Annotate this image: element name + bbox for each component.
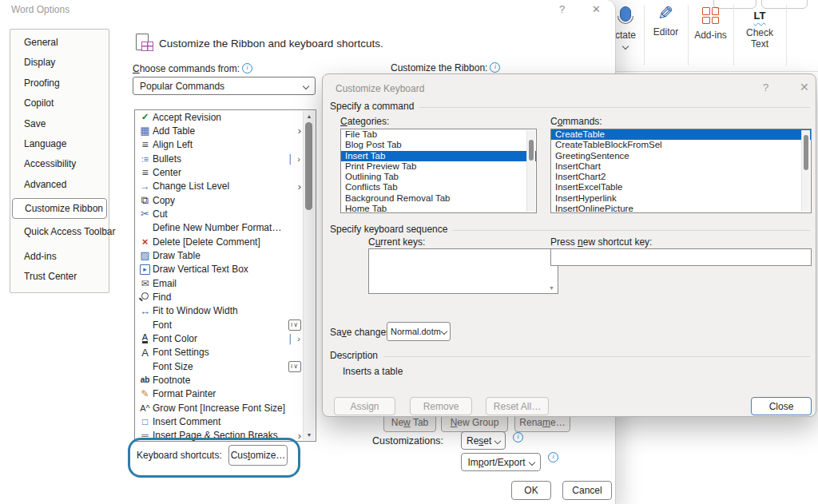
command-list-item[interactable]: Delete [Delete Comment]	[135, 235, 316, 248]
command-list-item[interactable]: Draw Vertical Text Box	[135, 263, 316, 276]
cancel-button[interactable]: Cancel	[562, 481, 612, 500]
specify-command-group: Specify a command	[330, 101, 810, 112]
command-icon	[137, 180, 153, 193]
category-item[interactable]: Conflicts Tab	[341, 182, 536, 192]
command-list-item[interactable]: Format Painter	[135, 387, 316, 401]
command-list-item[interactable]: Align Left	[135, 138, 316, 152]
chevron-down-icon	[494, 437, 501, 443]
command-list-item[interactable]: Add Table	[135, 124, 316, 137]
keyboard-command-item[interactable]: CreateTableBlockFromSel	[551, 140, 811, 150]
info-icon[interactable]	[513, 432, 523, 442]
command-list-item[interactable]: Font Settings	[135, 346, 316, 359]
info-icon[interactable]	[548, 452, 558, 462]
commands-scrollbar[interactable]: ▲ ▼	[303, 111, 315, 440]
help-icon[interactable]: ?	[763, 81, 768, 93]
scrollbar-thumb[interactable]	[804, 135, 808, 170]
category-item-selected[interactable]: Insert Tab	[341, 151, 536, 161]
save-changes-dropdown[interactable]: Normal.dotm	[387, 322, 451, 341]
command-icon	[137, 429, 153, 442]
command-list-item[interactable]: Fit to Window Width	[135, 304, 316, 318]
close-icon[interactable]: ✕	[800, 81, 809, 93]
command-list-item[interactable]: Font Size	[135, 359, 316, 373]
keyboard-command-item[interactable]: InsertOnlinePicture	[551, 204, 811, 213]
ribbon-button-editor[interactable]: ✎ Editor	[644, 3, 688, 69]
scroll-down-icon[interactable]: ▼	[304, 432, 315, 438]
command-list-item[interactable]: Bullets	[135, 152, 316, 165]
info-icon[interactable]	[242, 63, 252, 73]
command-list-item[interactable]: Change List Level	[135, 180, 316, 193]
command-list-item[interactable]: Find	[135, 290, 316, 304]
close-button[interactable]: Close	[751, 397, 812, 415]
sidebar-item-save[interactable]: Save	[10, 114, 109, 134]
command-list-item[interactable]: Insert Page & Section Breaks	[135, 429, 316, 442]
scroll-down-icon[interactable]: ▼	[549, 285, 554, 291]
help-icon[interactable]: ?	[559, 3, 565, 15]
check-text-label-line1: Check	[746, 27, 773, 38]
remove-button[interactable]: Remove	[410, 397, 472, 415]
command-list-item[interactable]: Footnote	[135, 373, 316, 387]
sidebar-item-add-ins[interactable]: Add-ins	[10, 247, 109, 267]
command-list-item[interactable]: Center	[135, 165, 316, 179]
command-icon	[137, 304, 153, 318]
reset-all-button[interactable]: Reset All…	[486, 397, 549, 415]
sidebar-item-language[interactable]: Language	[10, 134, 109, 154]
keyboard-command-item-selected[interactable]: CreateTable	[551, 129, 811, 140]
submenu-chevron-icon	[298, 181, 301, 192]
command-icon	[137, 152, 153, 165]
sidebar-item-customize-ribbon[interactable]: Customize Ribbon	[12, 198, 107, 219]
command-list-item[interactable]: Draw Table	[135, 248, 316, 262]
command-list-item[interactable]: Copy	[135, 193, 316, 207]
command-list-item[interactable]: Insert Comment	[135, 415, 316, 428]
category-item[interactable]: File Tab	[341, 129, 536, 140]
scrollbar-thumb[interactable]	[529, 140, 534, 161]
scrollbar-thumb[interactable]	[305, 122, 312, 210]
command-list-item[interactable]: Font	[135, 318, 316, 331]
command-label: Align Left	[153, 139, 193, 150]
command-list-item[interactable]: Font Color	[135, 331, 316, 345]
keyboard-command-item[interactable]: InsertChart2	[551, 172, 811, 182]
sidebar-item-advanced[interactable]: Advanced	[10, 175, 109, 195]
command-label: Footnote	[153, 375, 190, 386]
keyboard-command-item[interactable]: InsertChart	[551, 161, 811, 172]
close-icon[interactable]: ✕	[592, 3, 601, 15]
customize-keyboard-button[interactable]: Customize…	[228, 445, 288, 466]
press-new-shortcut-input[interactable]	[550, 248, 812, 266]
categories-scrollbar[interactable]	[526, 130, 535, 212]
sidebar-item-accessibility[interactable]: Accessibility	[10, 154, 109, 174]
info-icon[interactable]	[490, 62, 500, 73]
description-group: Description	[330, 350, 810, 361]
sidebar-item-copilot[interactable]: Copilot	[10, 93, 109, 113]
keyboard-command-item[interactable]: GreetingSentence	[551, 151, 811, 161]
command-label: Font Color	[153, 333, 197, 344]
category-item[interactable]: Print Preview Tab	[341, 161, 536, 172]
ribbon-button-check-text[interactable]: LT Check Text	[733, 3, 786, 69]
commands-dialog-scrollbar[interactable]	[801, 130, 810, 212]
sidebar-item-general[interactable]: General	[10, 33, 109, 53]
command-icon	[137, 318, 153, 331]
reset-button[interactable]: Reset	[461, 431, 506, 450]
command-list-item[interactable]: Email	[135, 276, 316, 290]
category-item[interactable]: Outlining Tab	[341, 172, 536, 182]
choose-commands-dropdown[interactable]: Popular Commands	[133, 77, 316, 95]
keyboard-command-item[interactable]: InsertHyperlink	[551, 193, 811, 204]
sidebar-item-proofing[interactable]: Proofing	[10, 73, 109, 93]
current-keys-listbox[interactable]: ▲ ▼	[368, 248, 558, 294]
command-label: Find	[153, 292, 171, 303]
category-item[interactable]: Home Tab	[341, 204, 536, 213]
command-list-item[interactable]: Cut	[135, 207, 316, 220]
import-export-button[interactable]: Import/Export	[461, 453, 541, 471]
category-item[interactable]: Blog Post Tab	[341, 140, 536, 150]
command-list-item[interactable]: Accept Revision	[135, 110, 316, 124]
command-list-item[interactable]: Grow Font [Increase Font Size]	[135, 401, 316, 415]
category-item[interactable]: Background Removal Tab	[341, 193, 536, 204]
command-list-item[interactable]: Define New Number Format…	[135, 221, 316, 235]
sidebar-item-quick-access-toolbar[interactable]: Quick Access Toolbar	[10, 222, 109, 242]
sidebar-item-display[interactable]: Display	[10, 53, 109, 73]
command-label: Copy	[153, 195, 175, 206]
sidebar-item-trust-center[interactable]: Trust Center	[10, 267, 109, 287]
ribbon-button-addins[interactable]: Add-ins	[688, 3, 733, 69]
assign-button[interactable]: Assign	[334, 397, 395, 415]
ok-button[interactable]: OK	[511, 481, 551, 500]
scroll-up-icon[interactable]: ▲	[304, 113, 315, 119]
keyboard-command-item[interactable]: InsertExcelTable	[551, 182, 811, 192]
